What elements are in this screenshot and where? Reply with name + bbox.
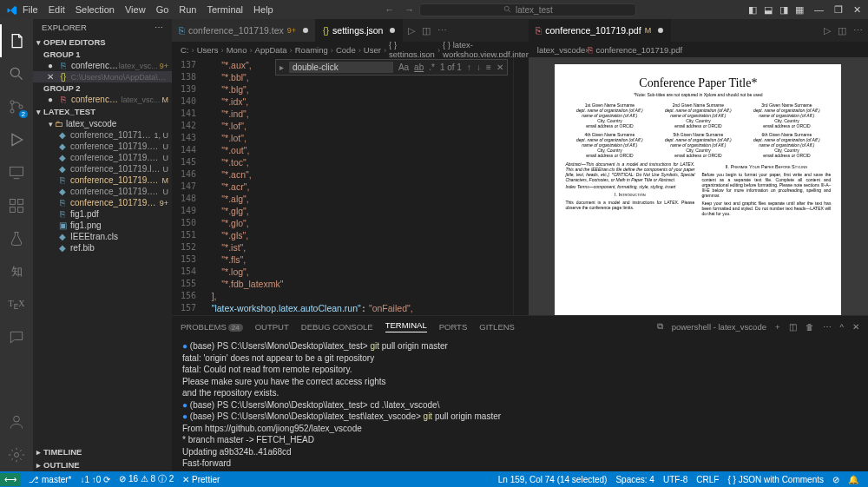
scm-icon[interactable]: 2 bbox=[0, 90, 33, 123]
more-icon[interactable]: ⋯ bbox=[155, 23, 163, 32]
testing-icon[interactable] bbox=[0, 222, 33, 255]
file-item[interactable]: ◆conference_101719.bblU bbox=[33, 141, 172, 152]
panel-tab-ports[interactable]: PORTS bbox=[439, 322, 468, 332]
file-item[interactable]: ◆ref.bib bbox=[33, 242, 172, 253]
run-debug-icon[interactable] bbox=[0, 123, 33, 156]
menu-edit[interactable]: Edit bbox=[43, 4, 70, 15]
run-icon[interactable]: ▷ bbox=[408, 25, 415, 36]
terminal-profile-icon[interactable]: ⧉ bbox=[657, 321, 663, 332]
pdf-canvas[interactable]: Conference Paper Title* *Note: Sub-title… bbox=[529, 57, 868, 315]
split-terminal-icon[interactable]: ◫ bbox=[789, 322, 797, 332]
remote-explorer-icon[interactable] bbox=[0, 156, 33, 189]
file-item[interactable]: ▣fig1.png bbox=[33, 220, 172, 231]
whole-word-icon[interactable]: ab bbox=[414, 63, 424, 72]
minimize-icon[interactable]: ― bbox=[814, 4, 824, 16]
terminal[interactable]: ● (base) PS C:\Users\Mono\Desktop\latex_… bbox=[172, 337, 868, 471]
file-item[interactable]: ⎘fig1.pdf bbox=[33, 208, 172, 220]
file-item[interactable]: ◆conference_101719.aux1, U bbox=[33, 129, 172, 141]
menu-go[interactable]: Go bbox=[151, 4, 174, 15]
command-center[interactable]: latex_test bbox=[419, 3, 636, 16]
toggle-sidebar-left-icon[interactable]: ◧ bbox=[748, 4, 757, 16]
remote-indicator[interactable]: ⟷ bbox=[0, 473, 21, 486]
problems-status[interactable]: ⊘ 16 ⚠ 8 ⓘ 2 bbox=[115, 473, 178, 485]
split-editor-icon[interactable]: ◫ bbox=[838, 25, 846, 36]
more-icon[interactable]: ⋯ bbox=[437, 25, 447, 36]
comments-icon[interactable] bbox=[0, 321, 33, 354]
run-icon[interactable]: ▷ bbox=[824, 25, 831, 36]
file-item[interactable]: ⎘conference_101719.tex9+ bbox=[33, 197, 172, 208]
search-icon[interactable] bbox=[0, 57, 33, 90]
menu-file[interactable]: File bbox=[17, 4, 43, 15]
file-item[interactable]: ◆conference_101719.synctex.gzU bbox=[33, 186, 172, 197]
find-input[interactable] bbox=[289, 62, 393, 73]
eol[interactable]: CRLF bbox=[692, 475, 723, 484]
encoding[interactable]: UTF-8 bbox=[659, 475, 692, 484]
open-editors-section[interactable]: ▾OPEN EDITORS bbox=[33, 36, 172, 49]
file-item[interactable]: ◆conference_101719.blgU bbox=[33, 152, 172, 163]
kill-terminal-icon[interactable]: 🗑 bbox=[806, 322, 814, 332]
nav-fwd-icon[interactable]: → bbox=[399, 4, 419, 15]
accounts-icon[interactable] bbox=[0, 405, 33, 438]
close-find-icon[interactable]: ✕ bbox=[496, 63, 503, 72]
timeline-section[interactable]: ▸TIMELINE bbox=[33, 445, 172, 458]
close-panel-icon[interactable]: ✕ bbox=[852, 322, 859, 332]
minimap[interactable] bbox=[513, 57, 529, 315]
more-icon[interactable]: ⋯ bbox=[823, 322, 832, 332]
git-branch[interactable]: ⎇ master* bbox=[24, 475, 76, 484]
prev-match-icon[interactable]: ↑ bbox=[467, 63, 471, 72]
breadcrumb[interactable]: C:›Users›Mono›AppData›Roaming›Code›User›… bbox=[172, 42, 529, 57]
zhihu-icon[interactable]: 知 bbox=[0, 255, 33, 288]
tab-settings-json[interactable]: {}settings.json bbox=[316, 19, 403, 42]
panel-tab-output[interactable]: OUTPUT bbox=[255, 322, 289, 332]
menu-selection[interactable]: Selection bbox=[70, 4, 120, 15]
panel-tab-terminal[interactable]: TERMINAL bbox=[385, 320, 427, 332]
tab-tex[interactable]: ⎘conference_101719.tex9+ bbox=[172, 19, 316, 42]
terminal-shell-label[interactable]: powershell - latex_vscode bbox=[672, 322, 766, 332]
panel-tab-problems[interactable]: PROBLEMS24 bbox=[181, 322, 243, 332]
lang-mode[interactable]: { } JSON with Comments bbox=[723, 475, 828, 484]
notifications-icon[interactable]: 🔔 bbox=[844, 475, 863, 484]
more-icon[interactable]: ⋯ bbox=[853, 25, 863, 36]
maximize-panel-icon[interactable]: ^ bbox=[840, 322, 844, 332]
feedback-icon[interactable]: ⊘ bbox=[828, 475, 844, 484]
next-match-icon[interactable]: ↓ bbox=[477, 63, 481, 72]
open-editor-item[interactable]: ✕{}settings.jsonC:\Users\Mono\AppData\R.… bbox=[33, 71, 172, 82]
match-case-icon[interactable]: Aa bbox=[398, 63, 409, 72]
menu-terminal[interactable]: Terminal bbox=[202, 4, 249, 15]
maximize-icon[interactable]: ❐ bbox=[834, 4, 843, 16]
toggle-panel-icon[interactable]: ⬓ bbox=[764, 4, 773, 16]
cursor-pos[interactable]: Ln 159, Col 74 (14 selected) bbox=[494, 475, 612, 484]
close-icon[interactable]: ✕ bbox=[853, 4, 861, 16]
prettier-status[interactable]: ✕ Prettier bbox=[178, 475, 224, 484]
folder-row[interactable]: ▾🗀latex_vscode bbox=[33, 118, 172, 129]
git-sync[interactable]: ↓1 ↑0 ⟳ bbox=[76, 475, 115, 484]
file-item[interactable]: ◆IEEEtran.cls bbox=[33, 231, 172, 242]
open-editor-item[interactable]: ●⎘conference_101719.pdflatex_vsc...M bbox=[33, 94, 172, 105]
file-item[interactable]: ◆conference_101719.logU bbox=[33, 163, 172, 174]
tab-pdf[interactable]: ⎘conference_101719.pdfM bbox=[529, 19, 671, 42]
regex-icon[interactable]: .* bbox=[429, 63, 435, 72]
nav-back-icon[interactable]: ← bbox=[379, 4, 399, 15]
expand-find-icon[interactable]: ▸ bbox=[279, 63, 284, 72]
pdf-breadcrumb[interactable]: latex_vscode›⎘conference_101719.pdf bbox=[529, 42, 868, 57]
open-editor-item[interactable]: ●⎘conference_101719.texlatex_vsc...9+ bbox=[33, 60, 172, 71]
panel-tab-gitlens[interactable]: GITLENS bbox=[479, 322, 515, 332]
menu-view[interactable]: View bbox=[120, 4, 151, 15]
settings-icon[interactable] bbox=[0, 438, 33, 471]
split-editor-icon[interactable]: ◫ bbox=[422, 25, 431, 36]
code-editor[interactable]: ▸ Aa ab .* 1 of 1 ↑ ↓ ≡ ✕ 13713813914014… bbox=[172, 57, 529, 315]
extensions-icon[interactable] bbox=[0, 189, 33, 222]
menu-help[interactable]: Help bbox=[248, 4, 279, 15]
file-item[interactable]: ⎘conference_101719.pdfM bbox=[33, 174, 172, 186]
tex-ext-icon[interactable]: TEX bbox=[0, 288, 33, 321]
outline-section[interactable]: ▸OUTLINE bbox=[33, 458, 172, 471]
customize-layout-icon[interactable]: ▦ bbox=[795, 4, 804, 16]
explorer-icon[interactable] bbox=[0, 24, 33, 57]
toggle-sidebar-right-icon[interactable]: ◨ bbox=[779, 4, 788, 16]
menu-run[interactable]: Run bbox=[174, 4, 201, 15]
panel-tab-debug[interactable]: DEBUG CONSOLE bbox=[301, 322, 373, 332]
project-section[interactable]: ▾LATEX_TEST bbox=[33, 105, 172, 118]
indent[interactable]: Spaces: 4 bbox=[611, 475, 658, 484]
new-terminal-icon[interactable]: + bbox=[775, 322, 780, 332]
find-selection-icon[interactable]: ≡ bbox=[486, 63, 491, 72]
